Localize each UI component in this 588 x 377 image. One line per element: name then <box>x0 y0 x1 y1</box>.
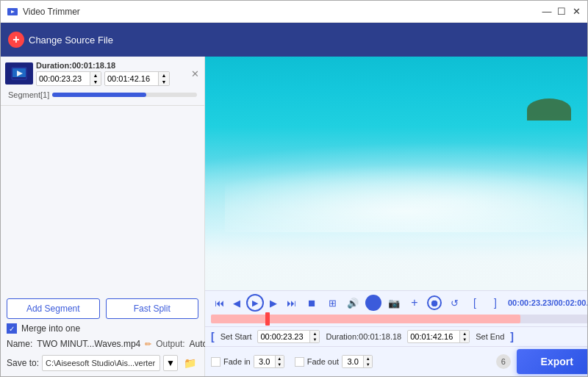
main-window: Video Trimmer — ☐ ✕ + Change Source File <box>0 0 588 377</box>
fade-in-spinners: ▲ ▼ <box>275 356 284 367</box>
next-frame-button[interactable]: ▶ <box>265 295 282 311</box>
fade-in-checkbox[interactable] <box>211 357 220 367</box>
segment-header: Duration:00:01:18.18 ▲ ▼ <box>5 61 200 86</box>
segment-progress-bar[interactable] <box>52 93 197 97</box>
main-content: Duration:00:01:18.18 ▲ ▼ <box>1 57 587 376</box>
add-source-button[interactable]: + Change Source File <box>8 32 113 48</box>
segment-label: Segment[1] <box>8 90 49 99</box>
fade-in-value[interactable] <box>254 356 275 367</box>
skip-to-end-button[interactable]: ⏭ <box>283 295 299 311</box>
save-label: Save to: <box>7 358 39 368</box>
trim-controls-row: [ Set Start ▲ ▼ Duration:00:01:18.18 ▲ ▼ <box>205 326 587 346</box>
export-controls: 6 Export <box>496 349 587 374</box>
crop-button[interactable]: ⊞ <box>324 295 340 311</box>
fast-split-button[interactable]: Fast Split <box>106 298 199 319</box>
left-panel: Duration:00:01:18.18 ▲ ▼ <box>1 57 205 376</box>
end-time-up[interactable]: ▲ <box>159 72 169 79</box>
start-time-group: ▲ ▼ <box>36 71 101 86</box>
save-row: Save to: ▼ 📁 <box>7 354 198 372</box>
trim-start-up[interactable]: ▲ <box>310 331 319 337</box>
output-label: Output: <box>156 339 184 349</box>
window-title: Video Trimmer <box>23 7 80 17</box>
fade-out-checkbox[interactable] <box>295 357 304 367</box>
segment-close-button[interactable]: ✕ <box>190 68 200 79</box>
add-source-label: Change Source File <box>29 35 113 46</box>
fade-in-label: Fade in <box>223 357 251 366</box>
refresh-button[interactable]: ↺ <box>446 295 462 311</box>
file-name-value: TWO MINUT...Waves.mp4 <box>37 339 140 349</box>
trim-duration-display: Duration:00:01:18.18 <box>326 332 401 341</box>
shore-line <box>205 232 587 291</box>
browse-folder-icon[interactable]: 📁 <box>181 354 198 372</box>
timeline-track[interactable] <box>211 315 587 323</box>
set-end-button[interactable]: Set End <box>476 332 504 341</box>
fade-out-up[interactable]: ▲ <box>364 356 372 362</box>
add-segment-button[interactable]: Add Segment <box>7 298 100 319</box>
bracket-end-icon: ] <box>510 331 514 342</box>
trim-end-value[interactable] <box>408 331 459 342</box>
minimize-button[interactable]: — <box>542 7 552 17</box>
skip-to-start-button[interactable]: ⏮ <box>211 295 227 311</box>
record-button[interactable]: ⏺ <box>427 295 442 310</box>
start-time-up[interactable]: ▲ <box>90 72 101 79</box>
name-row: Name: TWO MINUT...Waves.mp4 ✏ Output: Au… <box>7 338 198 350</box>
timeline-position-indicator <box>365 295 381 311</box>
trim-end-down[interactable]: ▼ <box>460 337 469 342</box>
play-button[interactable]: ▶ <box>246 294 264 312</box>
segment-bar-fill <box>52 93 146 97</box>
fade-out-group: Fade out ▲ ▼ <box>295 355 373 368</box>
close-button[interactable]: ✕ <box>571 7 581 17</box>
name-label: Name: <box>7 339 32 349</box>
export-button[interactable]: Export <box>517 349 587 374</box>
screenshot-button[interactable]: 📷 <box>386 295 402 311</box>
trim-end-spinners: ▲ ▼ <box>459 331 469 342</box>
segment-item: Duration:00:01:18.18 ▲ ▼ <box>1 57 204 106</box>
fade-in-group: Fade in ▲ ▼ <box>211 355 284 368</box>
end-time-group: ▲ ▼ <box>104 71 170 86</box>
add-marker-button[interactable]: + <box>406 295 423 311</box>
fade-in-down[interactable]: ▼ <box>276 362 284 367</box>
set-start-button[interactable]: Set Start <box>220 332 252 341</box>
export-count-badge: 6 <box>496 354 511 369</box>
end-time-input[interactable] <box>105 72 158 85</box>
segment-thumbnail <box>5 62 33 85</box>
fade-out-value[interactable] <box>343 356 363 367</box>
app-icon <box>7 6 18 18</box>
title-bar: Video Trimmer — ☐ ✕ <box>1 1 587 23</box>
trim-start-value[interactable] <box>258 331 309 342</box>
fade-out-down[interactable]: ▼ <box>364 362 372 367</box>
maximize-button[interactable]: ☐ <box>556 7 567 17</box>
bracket-start-icon: [ <box>211 331 215 342</box>
trim-start-down[interactable]: ▼ <box>310 337 319 342</box>
fade-out-spinners: ▲ ▼ <box>363 356 372 367</box>
duration-label: Duration:00:01:18.18 <box>36 61 187 70</box>
trim-end-time-input: ▲ ▼ <box>407 330 470 343</box>
merge-checkbox[interactable] <box>7 323 17 334</box>
save-path-input[interactable] <box>42 355 160 371</box>
segment-action-buttons: Add Segment Fast Split <box>7 298 198 319</box>
end-time-down[interactable]: ▼ <box>159 79 169 85</box>
wave-splash <box>225 162 584 231</box>
start-time-down[interactable]: ▼ <box>90 79 101 85</box>
stop-button[interactable]: ⏹ <box>304 295 320 311</box>
trim-start-time-input: ▲ ▼ <box>257 330 320 343</box>
save-path-dropdown[interactable]: ▼ <box>163 355 178 371</box>
volume-button[interactable]: 🔊 <box>345 295 361 311</box>
playback-controls: ⏮ ◀ ▶ ▶ ⏭ <box>211 294 299 312</box>
playback-time-display: 00:00:23.23/00:02:00.03 <box>508 298 587 307</box>
segment-bar-row: Segment[1] <box>5 89 200 101</box>
video-preview <box>205 57 587 290</box>
start-time-input[interactable] <box>37 72 90 85</box>
trim-end-up[interactable]: ▲ <box>460 331 469 337</box>
fade-in-up[interactable]: ▲ <box>276 356 284 362</box>
bottom-controls: Add Segment Fast Split Merge into one Na… <box>1 294 204 376</box>
mark-out-button[interactable]: ] <box>487 295 503 311</box>
timeline-handle[interactable] <box>265 312 270 326</box>
edit-name-icon[interactable]: ✏ <box>145 340 151 349</box>
fade-controls-row: Fade in ▲ ▼ Fade out <box>205 346 587 376</box>
window-controls: — ☐ ✕ <box>540 7 581 17</box>
mark-in-button[interactable]: [ <box>467 295 483 311</box>
fade-out-label: Fade out <box>307 357 339 366</box>
prev-frame-button[interactable]: ◀ <box>229 295 245 311</box>
merge-label: Merge into one <box>21 323 80 334</box>
